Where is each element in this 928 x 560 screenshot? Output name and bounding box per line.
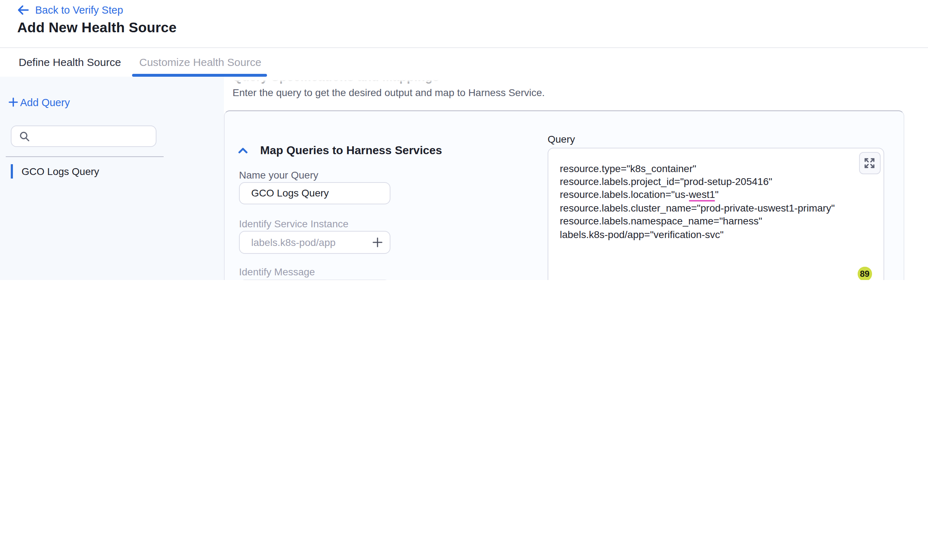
chevron-up-icon[interactable] <box>238 147 247 154</box>
content-area: Add Query GCO Logs Query Query Specifica… <box>0 76 928 280</box>
identify-message-field <box>239 279 391 280</box>
identify-service-instance-label: Identify Service Instance <box>239 218 348 229</box>
add-service-instance-plus-icon[interactable] <box>372 237 383 247</box>
selected-query-indicator <box>11 164 13 178</box>
expand-query-button[interactable] <box>859 152 880 174</box>
query-textarea[interactable]: resource.type="k8s_container"resource.la… <box>548 148 884 280</box>
fullscreen-icon <box>864 157 875 168</box>
map-queries-heading: Map Queries to Harness Services <box>260 144 442 157</box>
add-query-button[interactable]: Add Query <box>9 96 70 108</box>
query-name-input[interactable] <box>250 187 383 200</box>
plus-icon <box>9 97 18 107</box>
scroll-fade-overlay <box>224 76 928 87</box>
tab-customize-health-source[interactable]: Customize Health Source <box>139 56 261 68</box>
name-your-query-label: Name your Query <box>239 169 318 181</box>
query-label: Query <box>548 133 575 145</box>
page-title: Add New Health Source <box>17 19 177 36</box>
query-sidebar: Add Query GCO Logs Query <box>0 76 224 280</box>
query-item-label: GCO Logs Query <box>21 165 99 177</box>
sidebar-divider <box>5 156 163 157</box>
character-count-badge: 89 <box>858 267 872 280</box>
query-text: resource.type="k8s_container"resource.la… <box>560 162 835 241</box>
back-link-label: Back to Verify Step <box>35 4 123 16</box>
service-instance-input[interactable] <box>250 236 372 249</box>
query-search-box <box>11 125 156 147</box>
query-name-field <box>239 182 391 204</box>
query-line-location: resource.labels.location="us-west1" <box>560 188 835 201</box>
service-instance-field <box>239 231 391 254</box>
sidebar-item-gco-logs-query[interactable]: GCO Logs Query <box>0 160 223 182</box>
tab-define-health-source[interactable]: Define Health Source <box>19 56 121 68</box>
spellcheck-marked-word: west1 <box>688 189 715 202</box>
search-input[interactable] <box>35 130 153 142</box>
active-tab-underline <box>132 74 267 76</box>
identify-message-label: Identify Message <box>239 266 315 277</box>
add-health-source-window: Back to Verify Step Add New Health Sourc… <box>0 0 928 280</box>
section-subtitle: Enter the query to get the desired outpu… <box>232 87 545 98</box>
back-to-verify-link[interactable]: Back to Verify Step <box>17 4 123 16</box>
add-query-label: Add Query <box>20 96 70 108</box>
search-icon <box>19 131 29 141</box>
header-divider <box>0 47 928 48</box>
back-arrow-icon <box>17 5 29 15</box>
